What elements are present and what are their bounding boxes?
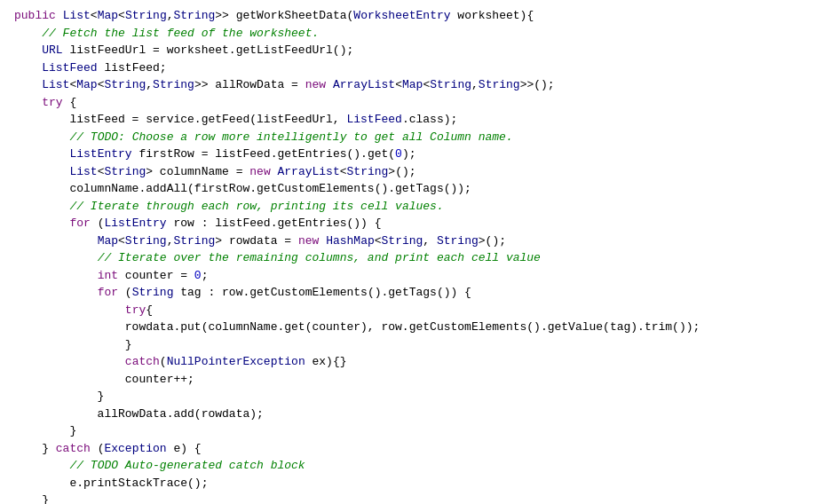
code-line: public List<Map<String,String>> getWorkS… xyxy=(0,7,823,25)
code-line: ListEntry firstRow = listFeed.getEntries… xyxy=(0,146,823,163)
code-line: int counter = 0; xyxy=(0,267,823,285)
code-line: try { xyxy=(0,94,823,112)
code-line: rowdata.put(columnName.get(counter), row… xyxy=(0,319,823,336)
code-line: counter++; xyxy=(0,371,823,389)
code-line: List<Map<String,String>> allRowData = ne… xyxy=(0,76,823,94)
code-line: try{ xyxy=(0,302,823,319)
code-line: // Iterate over the remaining columns, a… xyxy=(0,249,823,267)
code-line: // TODO: Choose a row more intelligently… xyxy=(0,129,823,146)
code-line: listFeed = service.getFeed(listFeedUrl, … xyxy=(0,111,823,129)
code-line: ListFeed listFeed; xyxy=(0,59,823,77)
code-line: // Fetch the list feed of the worksheet. xyxy=(0,25,823,43)
code-line: URL listFeedUrl = worksheet.getListFeedU… xyxy=(0,42,823,59)
code-line: List<String> columnName = new ArrayList<… xyxy=(0,163,823,181)
code-line: columnName.addAll(firstRow.getCustomElem… xyxy=(0,180,823,198)
code-line: // TODO Auto-generated catch block xyxy=(0,457,823,475)
code-line: } xyxy=(0,388,823,406)
code-line: Map<String,String> rowdata = new HashMap… xyxy=(0,232,823,250)
code-line: e.printStackTrace(); xyxy=(0,475,823,492)
code-line: } xyxy=(0,422,823,440)
code-line: } xyxy=(0,492,823,504)
code-line: // Iterate through each row, printing it… xyxy=(0,198,823,216)
code-line: for (ListEntry row : listFeed.getEntries… xyxy=(0,215,823,232)
code-line: } catch (Exception e) { xyxy=(0,440,823,458)
code-line: } xyxy=(0,336,823,354)
code-line: catch(NullPointerException ex){} xyxy=(0,353,823,371)
code-line: for (String tag : row.getCustomElements(… xyxy=(0,284,823,302)
code-line: allRowData.add(rowdata); xyxy=(0,406,823,423)
code-editor[interactable]: public List<Map<String,String>> getWorkS… xyxy=(0,0,823,504)
